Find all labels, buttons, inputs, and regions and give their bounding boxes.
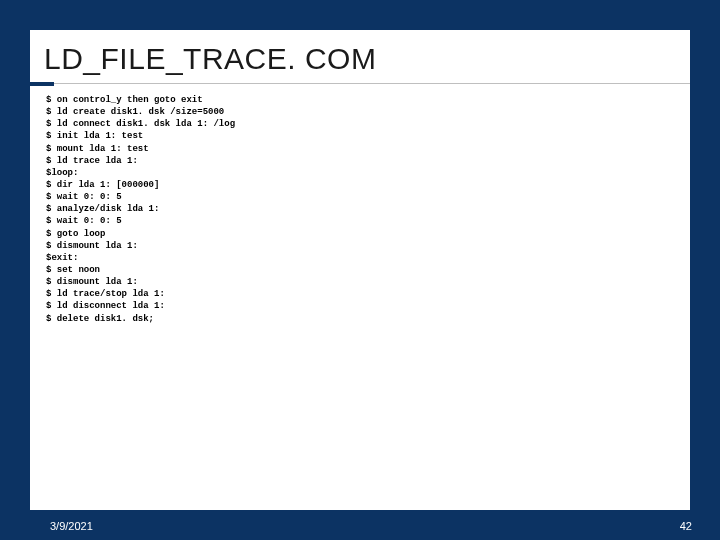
underline-line: [54, 83, 690, 84]
underline-accent: [30, 82, 54, 86]
title-underline: [30, 82, 690, 86]
title-bar: LD_FILE_TRACE. COM: [30, 30, 690, 84]
footer: 3/9/2021 42: [0, 512, 720, 540]
footer-page-number: 42: [680, 520, 692, 532]
page-title: LD_FILE_TRACE. COM: [44, 42, 676, 76]
code-block: $ on control_y then goto exit $ ld creat…: [30, 84, 690, 325]
slide-content: LD_FILE_TRACE. COM $ on control_y then g…: [30, 30, 690, 510]
footer-date: 3/9/2021: [50, 520, 93, 532]
